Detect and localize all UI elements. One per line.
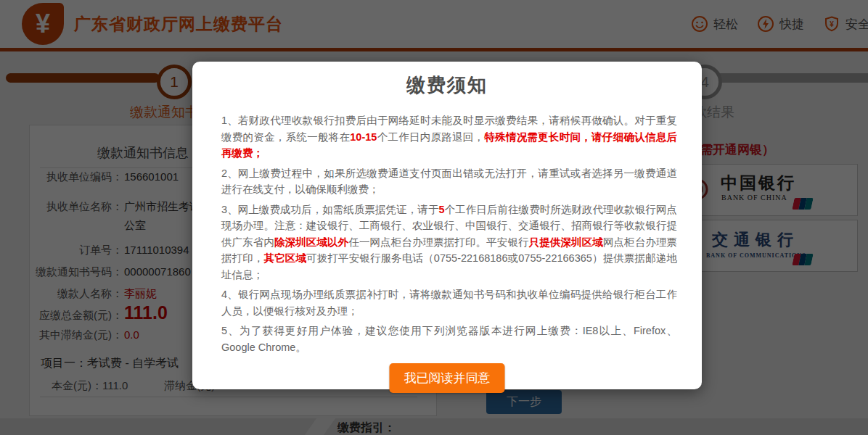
notice-paragraph-5: 5、为了获得更好用户体验，建议您使用下列浏览器版本进行网上缴费：IE8以上、Fi… (221, 323, 677, 355)
notice-paragraph-1: 1、若财政代理收款银行扣费后由于网络延时未能及时显示缴费结果，请稍候再做确认。对… (221, 112, 677, 162)
notice-paragraph-3: 3、网上缴费成功后，如需纸质票据凭证，请于5个工作日后前往缴费时所选财政代理收款… (221, 202, 677, 283)
notice-paragraph-2: 2、网上缴费过程中，如果所选缴费通道支付页面出错或无法打开，请重试或者选择另一缴… (221, 165, 677, 198)
modal-body: 1、若财政代理收款银行扣费后由于网络延时未能及时显示缴费结果，请稍候再做确认。对… (221, 112, 677, 359)
notice-paragraph-4: 4、银行网点现场办理纸质票据补打时，请将缴款通知书号码和执收单位编码提供给银行柜… (221, 286, 677, 319)
agree-button[interactable]: 我已阅读并同意 (390, 363, 505, 393)
modal-title: 缴费须知 (192, 72, 702, 98)
payment-instructions-modal: 缴费须知 1、若财政代理收款银行扣费后由于网络延时未能及时显示缴费结果，请稍候再… (192, 62, 702, 389)
